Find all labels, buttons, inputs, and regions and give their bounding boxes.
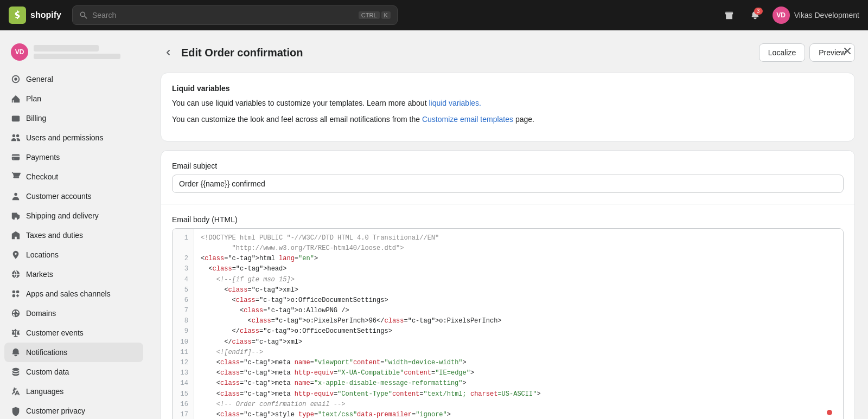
sidebar-store-sub (34, 54, 120, 59)
liquid-vars-link1[interactable]: liquid variables. (429, 99, 481, 107)
top-navigation: shopify CTRL K 3 VD Vikas Development (0, 0, 868, 30)
localize-button[interactable]: Localize (759, 43, 805, 62)
code-line: "http://www.w3.org/TR/REC-html40/loose.d… (201, 243, 837, 254)
email-body-section: Email body (HTML) 1234567891011121314151… (161, 204, 854, 419)
code-line: <class="c-tag">o:AllowPNG /> (201, 306, 837, 316)
line-number: 3 (173, 264, 194, 274)
line-number: 17 (173, 410, 194, 419)
line-number: 14 (173, 378, 194, 389)
email-subject-card: Email subject Email body (HTML) 12345678… (161, 150, 855, 419)
locations-icon (11, 250, 21, 260)
sidebar-item-label: Languages (26, 387, 63, 396)
sidebar-item-payments[interactable]: Payments (4, 147, 143, 167)
user-menu[interactable]: VD Vikas Development (773, 7, 859, 24)
checkout-icon (11, 172, 21, 182)
store-icon (724, 10, 734, 20)
code-line: <class="c-tag">html lang="en"> (201, 254, 837, 264)
page-header: Edit Order confirmation Localize Preview (161, 43, 855, 62)
line-number: 4 (173, 275, 194, 285)
plan-icon (11, 94, 21, 104)
line-number: 16 (173, 399, 194, 410)
line-number: 10 (173, 337, 194, 347)
notifications-button[interactable]: 3 (746, 7, 764, 24)
code-editor-inner: 123456789101112131415161718 <!DOCTYPE ht… (173, 229, 843, 419)
sidebar-item-taxes[interactable]: Taxes and duties (4, 225, 143, 245)
top-nav-actions: 3 VD Vikas Development (720, 7, 859, 24)
back-arrow-icon (163, 47, 174, 58)
liquid-vars-link2[interactable]: Customize email templates (422, 115, 513, 124)
sidebar-item-label: Plan (26, 94, 41, 103)
sidebar-item-label: Customer events (26, 328, 84, 337)
close-icon (842, 46, 853, 56)
svg-rect-1 (12, 116, 20, 122)
code-line: <![endif]--> (201, 347, 837, 358)
main-content: Edit Order confirmation Localize Preview… (148, 30, 868, 419)
liquid-variables-section: Liquid variables You can use liquid vari… (161, 73, 854, 141)
sidebar-item-label: Domains (26, 309, 56, 318)
payments-icon (11, 152, 21, 162)
sidebar-item-checkout[interactable]: Checkout (4, 167, 143, 186)
store-icon-button[interactable] (720, 7, 738, 24)
search-bar[interactable]: CTRL K (72, 5, 398, 25)
sidebar-item-markets[interactable]: Markets (4, 265, 143, 284)
sidebar-item-customer-events[interactable]: Customer events (4, 323, 143, 343)
code-line: <!DOCTYPE html PUBLIC "-//W3C//DTD HTML … (201, 233, 837, 243)
taxes-icon (11, 230, 21, 240)
line-number: 13 (173, 368, 194, 378)
liquid-variables-card: Liquid variables You can use liquid vari… (161, 73, 855, 141)
sidebar-item-customer-accounts[interactable]: Customer accounts (4, 186, 143, 206)
email-subject-input[interactable] (172, 175, 844, 193)
code-content[interactable]: <!DOCTYPE html PUBLIC "-//W3C//DTD HTML … (194, 229, 843, 419)
sidebar-store-info (34, 45, 137, 59)
sidebar-item-shipping[interactable]: Shipping and delivery (4, 206, 143, 225)
languages-icon (11, 386, 21, 396)
code-editor[interactable]: 123456789101112131415161718 <!DOCTYPE ht… (172, 228, 844, 419)
customer-accounts-icon (11, 191, 21, 201)
markets-icon (11, 269, 21, 279)
sidebar-item-customer-privacy[interactable]: Customer privacy (4, 401, 143, 419)
code-line: <class="c-tag">o:PixelsPerInch>96</class… (201, 316, 837, 326)
sidebar-item-users[interactable]: Users and permissions (4, 128, 143, 147)
shopify-bag-icon (9, 7, 26, 24)
line-number: 9 (173, 326, 194, 337)
sidebar-store-name (34, 45, 99, 51)
sidebar-item-label: Locations (26, 250, 59, 259)
close-button[interactable] (840, 43, 855, 59)
customer-privacy-icon (11, 406, 21, 416)
code-line: <!-- Order confirmation email --> (201, 399, 837, 410)
sidebar-item-languages[interactable]: Languages (4, 382, 143, 401)
user-avatar: VD (773, 7, 790, 24)
svg-point-0 (14, 78, 17, 80)
shopify-logo[interactable]: shopify (9, 7, 61, 24)
sidebar-item-label: Payments (26, 153, 60, 162)
liquid-vars-text2: You can customize the look and feel acro… (172, 113, 844, 125)
sidebar-item-general[interactable]: General (4, 69, 143, 89)
code-line: <class="c-tag">o:OfficeDocumentSettings> (201, 295, 837, 306)
line-number: 7 (173, 306, 194, 316)
line-number: 8 (173, 316, 194, 326)
liquid-vars-text1: You can use liquid variables to customiz… (172, 97, 844, 109)
code-line: <class="c-tag">meta name="viewport" cont… (201, 358, 837, 368)
line-numbers: 123456789101112131415161718 (173, 229, 194, 419)
sidebar-item-label: Markets (26, 270, 53, 279)
sidebar-item-domains[interactable]: Domains (4, 304, 143, 323)
sidebar-item-plan[interactable]: Plan (4, 89, 143, 108)
users-icon (11, 133, 21, 143)
sidebar-item-notifications[interactable]: Notifications (4, 343, 143, 362)
code-line: <class="c-tag">head> (201, 264, 837, 274)
line-number (173, 243, 194, 254)
liquid-vars-title: Liquid variables (172, 84, 844, 93)
sidebar-item-label: Shipping and delivery (26, 211, 99, 220)
error-indicator (827, 410, 832, 415)
code-line: <class="c-tag">style type="text/css" dat… (201, 410, 837, 419)
sidebar-item-label: Taxes and duties (26, 231, 83, 240)
search-input[interactable] (92, 11, 354, 20)
back-button[interactable] (161, 45, 176, 60)
sidebar-item-label: Apps and sales channels (26, 289, 111, 298)
email-subject-section: Email subject (161, 151, 854, 204)
sidebar-item-custom-data[interactable]: Custom data (4, 362, 143, 382)
sidebar-item-locations[interactable]: Locations (4, 245, 143, 265)
line-number: 5 (173, 285, 194, 295)
sidebar-item-apps[interactable]: Apps and sales channels (4, 284, 143, 304)
sidebar-item-billing[interactable]: Billing (4, 108, 143, 128)
